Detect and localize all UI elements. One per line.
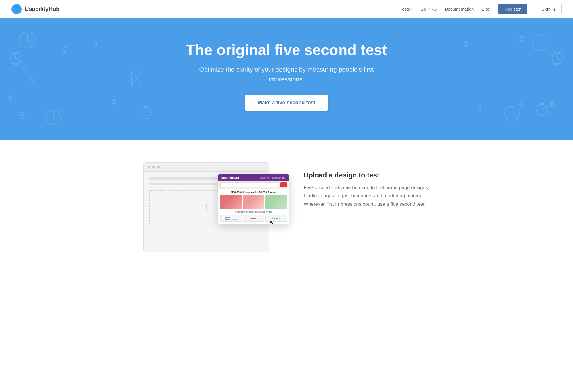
svg-point-19 <box>140 107 151 119</box>
register-button[interactable]: Register <box>498 4 527 14</box>
svg-text:5: 5 <box>550 100 555 109</box>
hero-subheading: Optimize the clarity of your designs by … <box>195 65 378 84</box>
navbar-right: Tests ▾ Go PRO Documentation Blog Regist… <box>400 4 562 14</box>
svg-line-31 <box>557 58 560 60</box>
svg-point-41 <box>536 104 548 116</box>
browser-bar <box>144 163 269 172</box>
card-hero-text: 500,000+ Coupons for 50,000 Stores <box>218 189 289 195</box>
browser-dot-3 <box>157 166 160 168</box>
signin-button[interactable]: Sign In <box>535 4 562 14</box>
cursor-icon: ↖ <box>270 219 275 224</box>
tests-caret-icon: ▾ <box>411 7 413 11</box>
section-heading: Upload a design to test <box>304 171 430 179</box>
svg-text:3: 3 <box>112 97 116 106</box>
section-text: Upload a design to test Five second test… <box>304 162 430 209</box>
card-nav-coupons: Coupons+ <box>260 177 270 179</box>
navbar: 🌐 UsabilityHub Tests ▾ Go PRO Documentat… <box>0 0 573 18</box>
upload-section: ↑ RetailMeNot Coupons+ Summer Bo... 500,… <box>115 140 458 275</box>
logo-icon: 🌐 <box>11 4 22 14</box>
svg-rect-47 <box>23 66 33 80</box>
svg-line-17 <box>46 110 49 112</box>
card-logo: RetailMeNot <box>221 176 239 179</box>
card-nav-items: Coupons+ Summer Bo... <box>260 177 286 179</box>
card-products <box>218 195 289 210</box>
svg-rect-10 <box>13 64 19 66</box>
svg-text:🌐: 🌐 <box>13 6 20 12</box>
card-nav-summer: Summer Bo... <box>272 177 286 179</box>
browser-line-2 <box>149 183 218 185</box>
svg-point-38 <box>505 106 519 121</box>
nav-tests[interactable]: Tests ▾ <box>400 7 413 11</box>
hero-cta-button[interactable]: Make a five second test <box>245 95 328 111</box>
card-tagline: Shop today's trending deals and save big <box>218 210 289 214</box>
svg-text:1: 1 <box>478 103 482 110</box>
logo-text: UsabilityHub <box>25 6 60 12</box>
card-brand-staples: Staples <box>243 215 264 222</box>
hero-section: 4 5 2 3 5 2 3 4 1 1 The original <box>0 18 573 140</box>
svg-line-40 <box>512 114 516 116</box>
svg-line-18 <box>58 110 60 112</box>
svg-point-14 <box>46 110 61 125</box>
browser-dot-2 <box>152 166 155 168</box>
browser-dot-1 <box>148 166 150 168</box>
nav-blog[interactable]: Blog <box>482 7 490 11</box>
card-brand-food: FoodPlave <box>265 215 287 222</box>
svg-text:4: 4 <box>8 93 13 103</box>
card-search-button <box>280 182 287 187</box>
floating-screenshot-card: RetailMeNot Coupons+ Summer Bo... 500,00… <box>218 174 289 224</box>
card-brand-home: HOMEDECORATORS <box>220 215 242 222</box>
upload-arrow-icon: ↑ <box>204 201 209 213</box>
card-product-2 <box>243 195 265 209</box>
svg-marker-48 <box>30 79 35 84</box>
svg-rect-33 <box>554 64 560 66</box>
svg-line-43 <box>542 107 545 110</box>
card-search-bar <box>218 181 289 189</box>
svg-text:5: 5 <box>19 110 25 120</box>
card-product-1 <box>220 195 242 209</box>
card-search-input <box>220 182 279 187</box>
card-product-3 <box>265 195 287 209</box>
card-brands: HOMEDECORATORS Staples FoodPlave <box>218 214 289 224</box>
nav-gopro[interactable]: Go PRO <box>421 7 437 11</box>
card-header: RetailMeNot Coupons+ Summer Bo... <box>218 174 289 181</box>
nav-documentation[interactable]: Documentation <box>445 7 474 11</box>
svg-text:4: 4 <box>519 100 523 109</box>
svg-line-21 <box>146 110 148 113</box>
hero-heading: The original five second test <box>11 41 562 58</box>
section-image: ↑ RetailMeNot Coupons+ Summer Bo... 500,… <box>143 162 281 252</box>
section-body: Five second tests can be used to test ho… <box>304 184 430 209</box>
svg-line-16 <box>53 117 57 120</box>
logo-link[interactable]: 🌐 UsabilityHub <box>11 4 60 14</box>
svg-line-8 <box>16 58 19 60</box>
